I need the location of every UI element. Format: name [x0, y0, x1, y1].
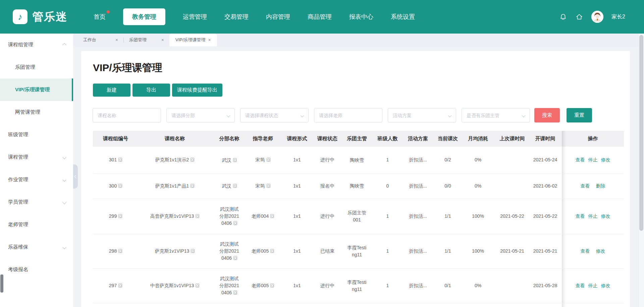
- sidebar-item-课程组管理[interactable]: 课程组管理: [0, 34, 73, 56]
- page-scrollbar-thumb[interactable]: [639, 35, 643, 231]
- action-link-停止[interactable]: 停止: [588, 157, 598, 162]
- copy-icon[interactable]: [267, 158, 270, 162]
- cell-monthly: [460, 303, 496, 307]
- sidebar-item-网管课管理[interactable]: 网管课管理: [0, 101, 73, 123]
- cell-last_time: [496, 268, 529, 303]
- filter-input-请选择老师[interactable]: [314, 108, 382, 122]
- copy-icon[interactable]: [191, 249, 195, 253]
- cell-actions: 查看停止修改: [562, 147, 624, 173]
- copy-icon[interactable]: [191, 158, 194, 162]
- nav-item-交易管理[interactable]: 交易管理: [224, 13, 249, 21]
- copy-icon[interactable]: [233, 221, 237, 225]
- table-row: 297中音萨克斯1v1VIP13武汉测试分部20210406老师0051v1进行…: [93, 268, 624, 303]
- nav-item-首页[interactable]: 首页: [94, 13, 106, 21]
- nav-item-商品管理[interactable]: 商品管理: [308, 13, 332, 21]
- copy-icon[interactable]: [196, 284, 199, 288]
- sidebar-item-课程管理[interactable]: 课程管理: [0, 146, 73, 168]
- filter-请选择分部: [166, 108, 235, 122]
- copy-icon[interactable]: [118, 214, 122, 218]
- sidebar-item-label: 考级报名: [8, 266, 28, 273]
- tab-close-icon[interactable]: ×: [161, 38, 164, 42]
- table-row: 298萨克斯1v1VIP13武汉测试分部20210406老师0051v1已结束李…: [93, 234, 624, 268]
- action-link-修改[interactable]: 修改: [596, 248, 605, 254]
- copy-icon[interactable]: [233, 291, 237, 295]
- action-link-停止[interactable]: 停止: [588, 283, 598, 288]
- cell-start_time: 2021-05-24: [529, 147, 562, 173]
- action-link-修改[interactable]: 修改: [601, 157, 610, 162]
- copy-icon[interactable]: [118, 284, 122, 288]
- copy-icon[interactable]: [267, 184, 270, 188]
- action-link-查看[interactable]: 查看: [581, 248, 590, 254]
- nav-item-内容管理[interactable]: 内容管理: [266, 13, 290, 21]
- sidebar-item-作业管理[interactable]: 作业管理: [0, 168, 73, 191]
- tab-工作台[interactable]: 工作台×: [78, 34, 123, 46]
- filter-请选择老师: [314, 108, 382, 122]
- cell-teacher: 宋筠: [247, 147, 278, 173]
- filter-select-请选择分部[interactable]: [166, 108, 235, 122]
- nav-item-系统设置[interactable]: 系统设置: [391, 13, 415, 21]
- user-name[interactable]: 家长2: [611, 13, 625, 20]
- action-button-课程续费提醒导出[interactable]: 课程续费提醒导出: [172, 84, 222, 97]
- nav-item-报表中心[interactable]: 报表中心: [349, 13, 373, 21]
- copy-icon[interactable]: [118, 184, 122, 188]
- action-link-停止[interactable]: 停止: [588, 213, 598, 219]
- sidebar-collapse-handle[interactable]: [73, 164, 78, 189]
- sidebar-item-乐团管理[interactable]: 乐团管理: [0, 56, 73, 79]
- nav-item-运营管理[interactable]: 运营管理: [183, 13, 207, 21]
- action-button-新建[interactable]: 新建: [93, 84, 130, 97]
- filter-select-活动方案[interactable]: [388, 108, 456, 122]
- cell-current: 0/2: [435, 147, 460, 173]
- sidebar-item-学员管理[interactable]: 学员管理: [0, 191, 73, 213]
- copy-icon[interactable]: [118, 249, 122, 253]
- sidebar: 课程组管理乐团管理VIP/乐理课管理网管课管理班级管理课程管理作业管理学员管理老…: [0, 34, 73, 307]
- action-link-查看[interactable]: 查看: [581, 183, 590, 189]
- copy-icon[interactable]: [118, 158, 122, 162]
- copy-icon[interactable]: [270, 214, 274, 218]
- sidebar-item-老师管理[interactable]: 老师管理: [0, 213, 73, 236]
- filter-select-是否有乐团主管[interactable]: [462, 108, 530, 122]
- copy-icon[interactable]: [270, 284, 274, 288]
- sidebar-scrollbar-thumb[interactable]: [0, 274, 3, 293]
- action-button-导出[interactable]: 导出: [132, 84, 170, 97]
- copy-icon[interactable]: [233, 256, 237, 260]
- action-link-查看[interactable]: 查看: [576, 283, 585, 288]
- sidebar-item-班级管理[interactable]: 班级管理: [0, 123, 73, 146]
- column-header-月均消耗: 月均消耗: [460, 131, 496, 147]
- reset-button[interactable]: 重置: [567, 108, 592, 122]
- copy-icon[interactable]: [196, 214, 199, 218]
- tab-VIP/乐理课管理[interactable]: VIP/乐理课管理×: [169, 34, 217, 46]
- column-header-乐团主管: 乐团主管: [339, 131, 375, 147]
- nav-item-教务管理[interactable]: 教务管理: [123, 8, 165, 25]
- action-link-删除[interactable]: 删除: [596, 183, 605, 189]
- copy-icon[interactable]: [233, 184, 237, 188]
- tab-乐团管理[interactable]: 乐团管理×: [124, 34, 169, 46]
- sidebar-item-label: 乐团管理: [15, 64, 35, 70]
- action-link-修改[interactable]: 修改: [601, 283, 610, 288]
- action-link-修改[interactable]: 修改: [601, 213, 610, 219]
- cell-supervisor: [339, 303, 375, 307]
- supervisor-text: 李霞Testing11: [346, 279, 367, 293]
- supervisor-text: 李霞Testing11: [346, 244, 367, 258]
- branch-text: 武汉测试分部20210406: [218, 241, 240, 262]
- sidebar-item-乐器维保[interactable]: 乐器维保: [0, 236, 73, 258]
- sidebar-item-考级报名[interactable]: 考级报名: [0, 258, 73, 281]
- copy-icon[interactable]: [191, 184, 194, 188]
- filter-input-课程名称[interactable]: [93, 108, 161, 122]
- tab-close-icon[interactable]: ×: [208, 38, 211, 42]
- copy-icon[interactable]: [233, 158, 237, 162]
- notification-dot: [107, 10, 110, 13]
- user-avatar[interactable]: [591, 11, 603, 23]
- action-link-查看[interactable]: 查看: [576, 157, 585, 162]
- action-link-查看[interactable]: 查看: [576, 213, 585, 219]
- copy-icon[interactable]: [270, 249, 274, 253]
- top-nav: 首页教务管理运营管理交易管理内容管理商品管理报表中心系统设置: [94, 8, 415, 25]
- filter-select-请选择课程状态[interactable]: [240, 108, 309, 122]
- tab-close-icon[interactable]: ×: [115, 38, 118, 42]
- tab-label: VIP/乐理课管理: [175, 37, 206, 43]
- search-button[interactable]: 搜索: [534, 108, 560, 122]
- column-header-课程状态: 课程状态: [316, 131, 339, 147]
- sidebar-item-VIP/乐理课管理[interactable]: VIP/乐理课管理: [0, 79, 73, 101]
- home-icon[interactable]: [575, 13, 583, 21]
- cell-name: 中音萨克斯1v1VIP13: [138, 268, 211, 303]
- bell-icon[interactable]: [559, 13, 567, 21]
